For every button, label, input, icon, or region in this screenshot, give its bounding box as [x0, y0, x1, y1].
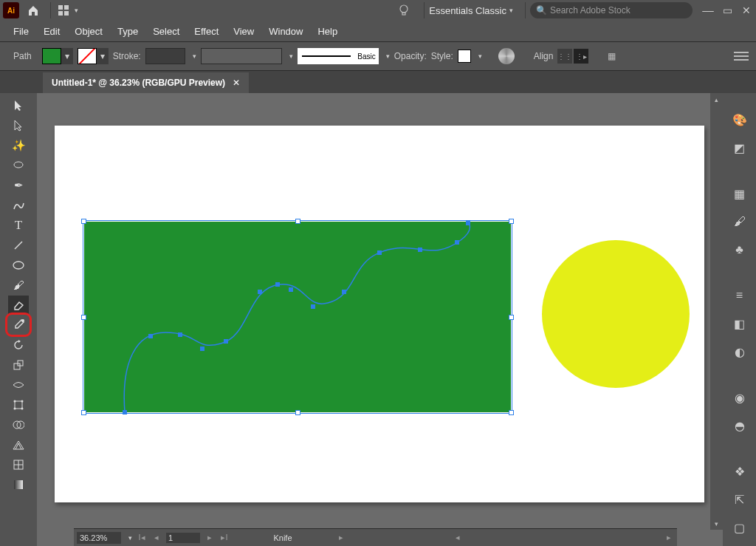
resize-handle[interactable] — [295, 410, 300, 415]
prev-artboard-button[interactable]: ◂ — [151, 533, 162, 542]
paintbrush-tool[interactable]: 🖌 — [8, 276, 29, 294]
transparency-panel-icon[interactable]: ◐ — [729, 341, 750, 362]
curvature-tool[interactable] — [8, 196, 29, 214]
workspace-switcher[interactable]: Essentials Classic ▾ — [429, 5, 513, 16]
scale-tool[interactable] — [8, 355, 29, 374]
path-anchor[interactable] — [123, 410, 127, 414]
path-anchor[interactable] — [377, 250, 382, 255]
green-rectangle-shape[interactable] — [84, 222, 511, 412]
last-artboard-button[interactable]: ▸I — [219, 533, 230, 542]
resize-handle[interactable] — [509, 315, 514, 320]
align-options-icon[interactable]: ⋮▸ — [574, 49, 588, 64]
width-tool[interactable] — [8, 375, 29, 394]
path-anchor[interactable] — [178, 332, 182, 337]
type-tool[interactable]: T — [8, 216, 29, 234]
menu-type[interactable]: Type — [110, 23, 145, 40]
path-anchor[interactable] — [224, 339, 228, 344]
path-anchor[interactable] — [275, 282, 280, 287]
control-menu-icon[interactable] — [734, 49, 749, 64]
status-menu-icon[interactable]: ▸ — [336, 533, 346, 542]
menu-window[interactable]: Window — [261, 23, 310, 40]
eyedropper-tool[interactable] — [8, 315, 29, 334]
scroll-left-icon[interactable]: ◂ — [453, 533, 463, 542]
color-guide-panel-icon[interactable]: ◩ — [729, 137, 750, 158]
next-artboard-button[interactable]: ▸ — [205, 533, 215, 542]
document-tab[interactable]: Untitled-1* @ 36.23% (RGB/GPU Preview) ✕ — [43, 72, 249, 93]
artboard[interactable] — [55, 126, 704, 502]
vertical-scrollbar[interactable]: ▴ ▾ — [710, 93, 723, 530]
layers-panel-icon[interactable]: ❖ — [729, 461, 750, 482]
resize-handle[interactable] — [81, 410, 86, 415]
path-anchor[interactable] — [418, 248, 422, 252]
artboard-number-input[interactable]: 1 — [166, 533, 200, 543]
lasso-tool[interactable] — [8, 156, 29, 174]
home-icon[interactable] — [25, 2, 41, 18]
free-transform-tool[interactable] — [8, 395, 29, 414]
symbols-panel-icon[interactable]: ♣ — [729, 239, 750, 260]
scroll-down-icon[interactable]: ▾ — [710, 517, 723, 530]
resize-handle[interactable] — [81, 219, 86, 224]
search-input[interactable]: 🔍 Search Adobe Stock — [530, 2, 693, 18]
asset-export-panel-icon[interactable]: ⇱ — [729, 489, 750, 510]
menu-help[interactable]: Help — [310, 23, 345, 40]
swatches-panel-icon[interactable]: ▦ — [729, 183, 750, 204]
maximize-button[interactable]: ▭ — [721, 4, 734, 17]
path-anchor[interactable] — [289, 287, 293, 292]
graphic-style-swatch[interactable] — [458, 50, 471, 63]
chevron-down-icon[interactable]: ▾ — [289, 52, 293, 60]
stroke-swatch[interactable]: ▾ — [78, 48, 109, 64]
variable-width-profile[interactable] — [201, 48, 282, 64]
fill-swatch[interactable]: ▾ — [42, 48, 73, 64]
chevron-down-icon[interactable]: ▾ — [75, 7, 78, 14]
brush-definition[interactable]: Basic — [298, 48, 379, 64]
ellipse-tool[interactable] — [8, 256, 29, 274]
chevron-down-icon[interactable]: ▾ — [193, 52, 196, 60]
stroke-weight-input[interactable] — [145, 48, 185, 64]
yellow-circle-shape[interactable] — [542, 240, 690, 388]
brushes-panel-icon[interactable]: 🖌 — [729, 211, 750, 232]
scroll-right-icon[interactable]: ▸ — [664, 533, 674, 542]
gradient-panel-icon[interactable]: ◧ — [729, 313, 750, 334]
path-anchor[interactable] — [342, 290, 346, 294]
graphic-styles-panel-icon[interactable]: ◓ — [729, 415, 750, 436]
gradient-tool[interactable] — [8, 475, 29, 494]
line-segment-tool[interactable] — [8, 236, 29, 254]
chevron-down-icon[interactable]: ▾ — [128, 534, 132, 542]
arrange-documents-button[interactable] — [55, 2, 72, 18]
mesh-tool[interactable] — [8, 455, 29, 474]
resize-handle[interactable] — [295, 219, 300, 224]
resize-handle[interactable] — [81, 315, 86, 320]
path-anchor[interactable] — [466, 221, 470, 225]
artboards-panel-icon[interactable]: ▢ — [729, 517, 750, 538]
menu-file[interactable]: File — [6, 23, 36, 40]
menu-edit[interactable]: Edit — [36, 23, 67, 40]
appearance-panel-icon[interactable]: ◉ — [729, 387, 750, 408]
menu-select[interactable]: Select — [145, 23, 187, 40]
selection-tool[interactable] — [8, 96, 29, 115]
transform-icon[interactable]: ▦ — [608, 51, 616, 61]
menu-effect[interactable]: Effect — [187, 23, 226, 40]
perspective-grid-tool[interactable] — [8, 435, 29, 454]
color-panel-icon[interactable]: 🎨 — [729, 109, 750, 130]
first-artboard-button[interactable]: I◂ — [137, 533, 147, 542]
stroke-panel-icon[interactable]: ≡ — [729, 285, 750, 306]
chevron-down-icon[interactable]: ▾ — [386, 52, 390, 60]
scroll-up-icon[interactable]: ▴ — [710, 93, 723, 106]
align-panel-icon[interactable]: ⋮⋮ — [557, 49, 572, 64]
pen-tool[interactable]: ✒ — [8, 176, 29, 194]
recolor-artwork-icon[interactable] — [498, 48, 515, 64]
zoom-level-input[interactable]: 36.23% — [77, 532, 121, 544]
shape-builder-tool[interactable] — [8, 415, 29, 434]
close-tab-icon[interactable]: ✕ — [233, 78, 240, 88]
menu-view[interactable]: View — [226, 23, 261, 40]
eraser-tool[interactable] — [8, 296, 29, 314]
discover-icon[interactable] — [396, 2, 412, 18]
path-anchor[interactable] — [200, 347, 205, 351]
menu-object[interactable]: Object — [67, 23, 110, 40]
path-anchor[interactable] — [455, 240, 459, 245]
minimize-button[interactable]: –– — [701, 4, 715, 17]
magic-wand-tool[interactable]: ✨ — [8, 136, 29, 154]
resize-handle[interactable] — [509, 410, 514, 415]
path-anchor[interactable] — [258, 290, 262, 294]
chevron-down-icon[interactable]: ▾ — [478, 52, 482, 60]
